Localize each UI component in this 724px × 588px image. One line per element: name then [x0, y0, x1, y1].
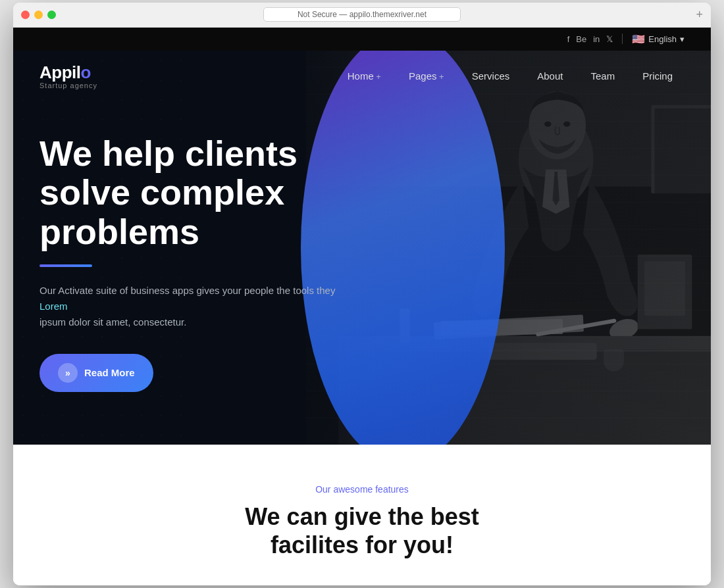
- top-bar: f Be in 𝕏 🇺🇸 English ▾: [13, 28, 711, 51]
- language-label: English: [648, 34, 677, 44]
- hero-title-underline: [39, 264, 92, 267]
- social-icons-group: f Be in 𝕏: [567, 34, 613, 44]
- svg-rect-24: [655, 109, 711, 193]
- svg-point-11: [607, 315, 642, 343]
- browser-dots: [21, 11, 56, 19]
- maximize-dot[interactable]: [47, 11, 56, 19]
- cta-arrow-icon: »: [58, 363, 78, 383]
- twitter-icon[interactable]: 𝕏: [606, 34, 613, 44]
- svg-rect-17: [536, 318, 617, 337]
- nav-home[interactable]: Home: [336, 65, 393, 87]
- nav-about[interactable]: About: [525, 65, 575, 87]
- language-selector[interactable]: 🇺🇸 English ▾: [632, 33, 685, 45]
- navbar: Appilo Startup agency Home Pages Service…: [13, 51, 711, 101]
- logo[interactable]: Appilo Startup agency: [39, 62, 97, 89]
- logo-o-letter: o: [81, 62, 91, 82]
- linkedin-icon[interactable]: in: [593, 34, 600, 44]
- nav-services[interactable]: Services: [460, 65, 522, 87]
- features-label: Our awesome features: [39, 484, 685, 495]
- nav-pricing[interactable]: Pricing: [631, 65, 685, 87]
- svg-rect-19: [604, 344, 624, 371]
- features-section: Our awesome features We can give the bes…: [13, 445, 711, 585]
- hero-section: Appilo Startup agency Home Pages Service…: [13, 51, 711, 445]
- svg-point-7: [519, 112, 594, 207]
- browser-titlebar: Not Secure — appilo.themexriver.net +: [13, 3, 711, 28]
- minimize-dot[interactable]: [34, 11, 43, 19]
- hero-desc-line2: ipsum dolor sit amet, consectetur.: [39, 316, 186, 328]
- browser-window: Not Secure — appilo.themexriver.net + f …: [13, 3, 711, 586]
- behance-icon[interactable]: Be: [576, 34, 586, 44]
- features-title: We can give the best facilites for you!: [39, 502, 685, 559]
- new-tab-button[interactable]: +: [696, 8, 703, 22]
- logo-subtitle: Startup agency: [39, 82, 97, 89]
- facebook-icon[interactable]: f: [567, 34, 570, 44]
- hero-desc-highlight: Lorem: [39, 301, 68, 312]
- nav-pages[interactable]: Pages: [397, 65, 456, 87]
- logo-text: Appilo: [39, 62, 97, 83]
- svg-point-9: [544, 121, 551, 126]
- svg-point-10: [563, 121, 570, 126]
- website-content: f Be in 𝕏 🇺🇸 English ▾: [13, 28, 711, 586]
- nav-links: Home Pages Services About Team Pricing: [336, 65, 685, 87]
- hero-desc-line1: Our Activate suite of business apps give…: [39, 285, 335, 296]
- hero-title: We help clients solve complex problems: [39, 134, 382, 251]
- hero-content: We help clients solve complex problems O…: [13, 101, 408, 445]
- svg-rect-23: [652, 105, 711, 193]
- svg-rect-22: [644, 261, 685, 316]
- url-bar[interactable]: Not Secure — appilo.themexriver.net: [263, 7, 461, 22]
- hero-description: Our Activate suite of business apps give…: [39, 283, 342, 330]
- features-title-line2: facilites for you!: [271, 531, 453, 558]
- topbar-divider: [622, 34, 623, 44]
- svg-rect-18: [488, 343, 597, 360]
- cta-label: Read More: [84, 367, 135, 378]
- logo-appil: Appil: [39, 62, 81, 82]
- close-dot[interactable]: [21, 11, 30, 19]
- read-more-button[interactable]: » Read More: [39, 354, 153, 392]
- features-title-line1: We can give the best: [245, 503, 478, 530]
- svg-rect-21: [638, 255, 692, 330]
- svg-point-8: [529, 91, 586, 159]
- language-chevron-icon: ▾: [680, 34, 685, 44]
- nav-team[interactable]: Team: [579, 65, 627, 87]
- flag-icon: 🇺🇸: [632, 33, 645, 45]
